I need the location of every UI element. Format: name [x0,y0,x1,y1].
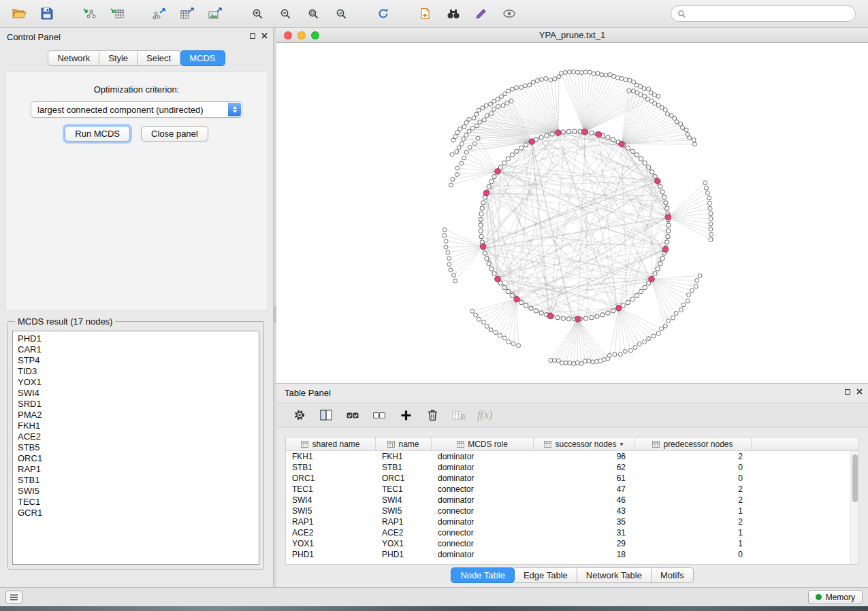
column-header-MCDS-role[interactable]: MCDS role [432,437,534,451]
table-panel-title: Table Panel [285,388,331,398]
mcds-result-list[interactable]: PHD1CAR1STP4TID3YOX1SWI4SRD1PMA2FKH1ACE2… [12,331,259,565]
mcds-result-item[interactable]: FKH1 [18,420,254,431]
close-table-panel-icon[interactable] [856,389,863,395]
scrollbar-thumb[interactable] [852,455,858,502]
table-row[interactable]: FKH1FKH1dominator962 [286,451,858,462]
import-table-button[interactable] [105,3,129,24]
export-network-button[interactable] [147,3,172,24]
mcds-result-legend: MCDS result (17 nodes) [15,316,115,327]
column-header-name[interactable]: name [376,437,432,451]
export-image-button[interactable] [203,3,227,24]
select-all-button[interactable] [344,407,361,423]
tab-motifs[interactable]: Motifs [652,567,694,583]
memory-button[interactable]: Memory [808,590,863,604]
share-document-button[interactable] [413,3,438,24]
refresh-button[interactable] [371,3,396,24]
mcds-result-item[interactable]: TID3 [18,366,254,377]
zoom-in-button[interactable] [245,3,270,24]
close-panel-icon[interactable] [261,33,268,39]
search-box[interactable] [671,5,856,22]
zoom-selected-button[interactable] [329,3,353,24]
table-row[interactable]: STB1STB1dominator620 [286,462,858,473]
table-row[interactable]: TEC1TEC1connector472 [286,484,858,495]
float-table-panel-icon[interactable] [845,389,850,395]
mcds-result-item[interactable]: RAP1 [18,464,254,475]
style-brush-icon [475,7,487,20]
control-panel-tabs: NetworkStyleSelectMCDS [0,50,273,66]
import-network-button[interactable] [77,3,101,24]
column-header-successor-nodes[interactable]: successor nodes▾ [534,437,634,451]
mcds-result-item[interactable]: PMA2 [18,410,254,420]
close-panel-button[interactable]: Close panel [141,126,208,142]
search-network-button[interactable] [441,3,466,24]
save-button[interactable] [35,3,59,24]
mcds-result-item[interactable]: TEC1 [18,497,254,508]
mcds-result-item[interactable]: ACE2 [18,431,254,442]
export-table-button[interactable] [175,3,199,24]
tab-network[interactable]: Network [48,50,99,66]
tab-mcds[interactable]: MCDS [180,50,225,66]
tab-edge-table[interactable]: Edge Table [515,567,577,583]
status-menu-button[interactable] [5,591,22,604]
table-cell: 0 [634,473,752,484]
delete-table-button[interactable] [451,407,467,423]
mcds-result-item[interactable]: STB5 [18,442,254,453]
table-cell: 46 [534,495,634,506]
zoom-out-icon [280,8,291,20]
memory-status-icon [816,594,822,600]
search-input[interactable] [690,9,849,18]
deselect-all-button[interactable] [371,407,387,423]
tab-select[interactable]: Select [138,50,180,66]
table-scrollbar[interactable] [850,451,858,564]
tab-network-table[interactable]: Network Table [577,567,652,583]
table-settings-button[interactable] [291,407,308,423]
import-table-icon [110,7,124,20]
show-columns-button[interactable] [318,407,334,423]
table-row[interactable]: SWI5SWI5connector431 [286,506,858,516]
mcds-result-item[interactable]: SRD1 [18,399,254,410]
optimization-criterion-select[interactable]: largest connected component (undirected) [31,101,242,118]
table-cell: ACE2 [376,527,432,538]
table-cell: ORC1 [376,473,432,484]
mcds-result-item[interactable]: GCR1 [18,508,254,518]
mcds-result-item[interactable]: ORC1 [18,453,254,464]
binoculars-icon [447,8,460,19]
mcds-result-item[interactable]: PHD1 [18,333,254,344]
add-column-button[interactable] [398,407,414,423]
network-window-title: YPA_prune.txt_1 [276,30,868,40]
sort-arrow-icon[interactable]: ▾ [620,440,624,448]
mcds-result-item[interactable]: STB1 [18,475,254,486]
column-type-icon [544,441,551,448]
mcds-result-item[interactable]: YOX1 [18,377,254,388]
column-type-icon [301,441,308,448]
apply-style-button[interactable] [469,3,494,24]
search-icon [677,10,686,18]
tab-node-table[interactable]: Node Table [451,567,515,583]
tab-style[interactable]: Style [99,50,138,66]
column-header-shared-name[interactable]: shared name [286,437,376,451]
table-row[interactable]: ORC1ORC1dominator610 [286,473,858,484]
table-row[interactable]: YOX1YOX1connector291 [286,538,858,549]
table-row[interactable]: RAP1RAP1dominator352 [286,516,858,527]
run-mcds-button[interactable]: Run MCDS [65,126,130,142]
open-file-button[interactable] [7,3,31,24]
show-graphics-button[interactable] [497,3,521,24]
table-row[interactable]: ACE2ACE2connector311 [286,527,858,538]
mcds-result-item[interactable]: SWI4 [18,388,254,399]
delete-column-button[interactable] [424,407,440,423]
zoom-out-button[interactable] [273,3,298,24]
table-cell: connector [432,484,534,495]
function-builder-button[interactable]: f(x) [477,409,492,421]
zoom-fit-button[interactable] [301,3,325,24]
network-view[interactable] [276,43,868,383]
mcds-result-item[interactable]: STP4 [18,355,254,366]
mcds-result-item[interactable]: SWI5 [18,486,254,497]
column-header-predecessor-nodes[interactable]: predecessor nodes [634,437,752,451]
network-canvas[interactable] [276,43,868,383]
float-panel-icon[interactable] [250,33,255,39]
status-bar: Memory [0,587,868,606]
mcds-result-item[interactable]: CAR1 [18,344,254,355]
table-row[interactable]: PHD1PHD1dominator180 [286,549,858,560]
table-row[interactable]: SWI4SWI4dominator462 [286,495,858,506]
table-panel: Table Panel f(x) shared namenameMCDS [276,383,868,587]
